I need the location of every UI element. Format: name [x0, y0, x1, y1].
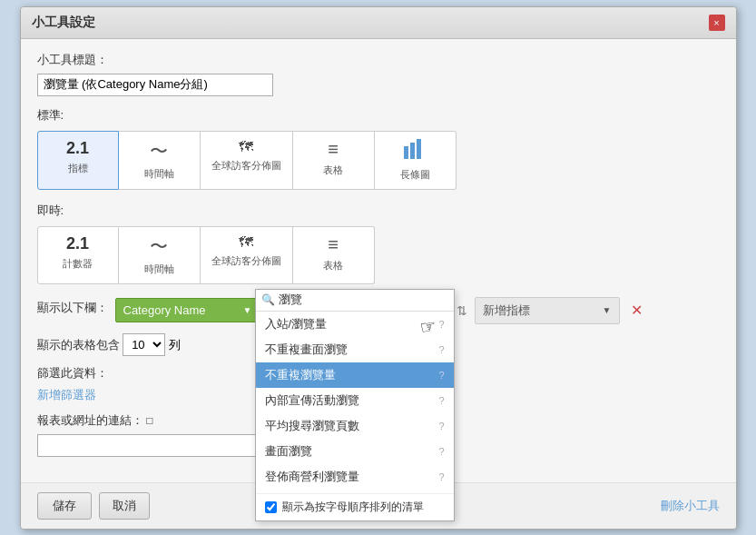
delete-button[interactable]: 刪除小工具	[661, 498, 720, 514]
sort-icon-2: ⇅	[457, 303, 467, 318]
cancel-button[interactable]: 取消	[99, 492, 150, 520]
dimension-dropdown[interactable]: Category Name ▼	[115, 298, 260, 322]
instant-metric-map[interactable]: 🗺 全球訪客分佈圖	[201, 226, 293, 284]
instant-metric-label-3: 表格	[323, 259, 343, 272]
popup-item-label-0: 入站/瀏覽量	[265, 316, 328, 332]
standard-metric-label-2: 全球訪客分佈圖	[211, 159, 281, 173]
url-input[interactable]	[37, 434, 273, 457]
instant-timeline-icon: 〜	[150, 234, 168, 259]
standard-metric-label-3: 表格	[323, 163, 343, 177]
popup-list: 入站/瀏覽量 ? 不重複畫面瀏覽 ? 不重複瀏覽量 ? 內部宣傳活動瀏覽 ? 平…	[256, 312, 454, 493]
metric-search-popup: 🔍 入站/瀏覽量 ? 不重複畫面瀏覽 ? 不重複瀏覽量 ? 內部宣傳活動瀏覽 ?…	[255, 289, 455, 521]
standard-metric-value-num: 2.1	[66, 139, 89, 158]
instant-section: 即時: 2.1 計數器 〜 時間軸 🗺 全球訪客分佈圖 ≡ 表格	[37, 203, 720, 284]
standard-metric-label-0: 指標	[68, 162, 88, 175]
popup-item-3[interactable]: 內部宣傳活動瀏覽 ?	[256, 388, 454, 413]
popup-search-input[interactable]	[279, 293, 448, 307]
help-icon-4: ?	[438, 421, 444, 431]
svg-rect-0	[404, 146, 408, 159]
settings-dialog: 小工具設定 × 小工具標題： 標準: 2.1 指標 〜 時間軸 🗺 全球訪客分佈…	[20, 6, 737, 530]
standard-label: 標準:	[37, 107, 720, 124]
popup-search-icon: 🔍	[261, 293, 275, 306]
popup-item-label-3: 內部宣傳活動瀏覽	[265, 392, 359, 409]
add-filter-link[interactable]: 新增篩選器	[37, 388, 96, 401]
help-icon-5: ?	[438, 446, 444, 457]
popup-checkbox-row: 顯示為按字母順序排列的清單	[256, 493, 454, 520]
help-icon-6: ?	[438, 471, 444, 482]
help-icon-2: ?	[438, 370, 444, 381]
instant-metric-label-1: 時間軸	[144, 263, 174, 276]
instant-metric-timeline[interactable]: 〜 時間軸	[119, 226, 201, 284]
tool-title-input[interactable]	[37, 74, 273, 96]
popup-item-5[interactable]: 畫面瀏覽 ?	[256, 439, 454, 464]
popup-search-row: 🔍	[256, 290, 454, 312]
instant-map-icon: 🗺	[239, 234, 253, 251]
svg-rect-2	[417, 139, 421, 159]
instant-metric-label-0: 計數器	[63, 257, 93, 271]
standard-metrics-grid: 2.1 指標 〜 時間軸 🗺 全球訪客分佈圖 ≡ 表格	[37, 131, 720, 190]
popup-item-4[interactable]: 平均搜尋瀏覽頁數 ?	[256, 413, 454, 439]
standard-metric-timeline[interactable]: 〜 時間軸	[119, 131, 201, 190]
map-icon: 🗺	[239, 139, 253, 155]
barchart-icon	[404, 139, 426, 164]
tool-title-section: 小工具標題：	[37, 52, 720, 107]
help-icon-1: ?	[438, 344, 444, 355]
popup-item-1[interactable]: 不重複畫面瀏覽 ?	[256, 337, 454, 362]
checkbox-label: 顯示為按字母順序排列的清單	[282, 500, 424, 515]
instant-metric-counter[interactable]: 2.1 計數器	[37, 226, 119, 284]
table-icon: ≡	[328, 139, 339, 160]
rows-select[interactable]: 10 25 50	[123, 333, 165, 356]
instant-table-icon: ≡	[328, 234, 339, 255]
timeline-icon: 〜	[150, 139, 168, 163]
popup-item-6[interactable]: 登佈商營利瀏覽量 ?	[256, 464, 454, 490]
alphabetical-checkbox[interactable]	[265, 501, 277, 513]
rows-suffix: 列	[169, 338, 181, 352]
help-icon-3: ?	[438, 395, 444, 406]
footer-left: 儲存 取消	[37, 492, 150, 520]
instant-label: 即時:	[37, 203, 720, 219]
popup-item-label-5: 畫面瀏覽	[265, 443, 312, 460]
standard-metric-label-1: 時間軸	[144, 167, 174, 181]
add-metric-arrow-icon: ▼	[603, 305, 612, 315]
close-button[interactable]: ×	[709, 15, 725, 31]
dimension-arrow-icon: ▼	[243, 305, 252, 315]
url-icon: □	[146, 414, 152, 427]
instant-metrics-grid: 2.1 計數器 〜 時間軸 🗺 全球訪客分佈圖 ≡ 表格	[37, 226, 720, 284]
svg-rect-1	[410, 143, 415, 159]
dialog-title: 小工具設定	[32, 15, 95, 31]
popup-item-label-2: 不重複瀏覽量	[265, 367, 336, 383]
popup-item-label-1: 不重複畫面瀏覽	[265, 342, 348, 358]
add-metric-label: 新增指標	[483, 302, 530, 319]
title-bar: 小工具設定 ×	[21, 7, 736, 39]
popup-item-0[interactable]: 入站/瀏覽量 ?	[256, 312, 454, 337]
instant-metric-value-num: 2.1	[66, 234, 89, 253]
display-label: 顯示以下欄：	[37, 300, 108, 316]
standard-metric-table[interactable]: ≡ 表格	[293, 131, 375, 190]
standard-metric-bar[interactable]: 長條圖	[375, 131, 457, 190]
instant-metric-label-2: 全球訪客分佈圖	[211, 254, 281, 268]
popup-item-2[interactable]: 不重複瀏覽量 ?	[256, 362, 454, 388]
help-icon-0: ?	[438, 319, 444, 330]
instant-metric-table[interactable]: ≡ 表格	[293, 226, 375, 284]
remove-metric-button[interactable]: ✕	[631, 302, 643, 319]
rows-label: 顯示的表格包含	[37, 338, 120, 352]
popup-item-label-6: 登佈商營利瀏覽量	[265, 469, 359, 485]
standard-metric-label-4: 長條圖	[400, 168, 430, 182]
standard-metric-value[interactable]: 2.1 指標	[37, 131, 119, 190]
add-metric-dropdown[interactable]: 新增指標 ▼	[475, 297, 620, 324]
save-button[interactable]: 儲存	[37, 492, 92, 520]
standard-metric-map[interactable]: 🗺 全球訪客分佈圖	[201, 131, 293, 190]
dimension-value: Category Name	[123, 303, 206, 317]
popup-item-label-4: 平均搜尋瀏覽頁數	[265, 418, 359, 434]
tool-title-label: 小工具標題：	[37, 52, 720, 68]
